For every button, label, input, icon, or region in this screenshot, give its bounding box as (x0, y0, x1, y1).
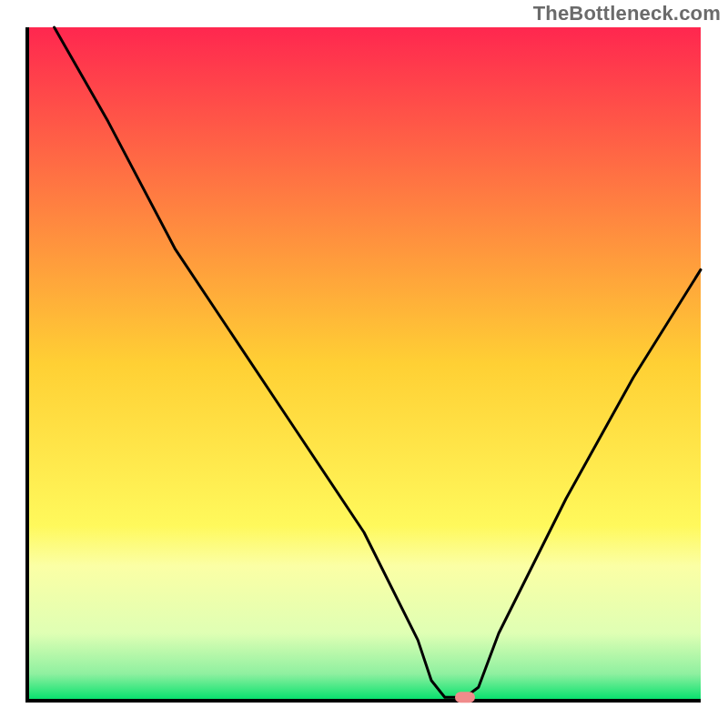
bottleneck-chart (0, 0, 728, 728)
chart-container: TheBottleneck.com (0, 0, 728, 728)
optimum-marker (455, 692, 475, 703)
watermark-text: TheBottleneck.com (533, 2, 721, 25)
plot-background (27, 27, 701, 701)
